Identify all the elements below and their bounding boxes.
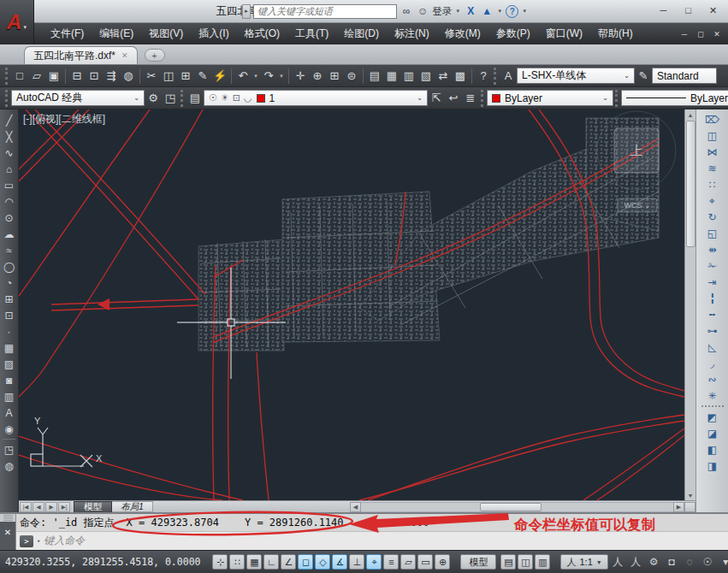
menu-view[interactable]: 视图(V)	[141, 23, 191, 44]
toolbar-lock-icon[interactable]: ◘	[664, 554, 680, 570]
cut-icon[interactable]: ✂	[144, 68, 160, 85]
menu-format[interactable]: 格式(O)	[237, 23, 287, 44]
transparency-toggle[interactable]: ▱	[400, 554, 416, 570]
make-object-layer-current-icon[interactable]: ⇱	[429, 90, 445, 107]
arc-icon[interactable]: ◠	[1, 193, 17, 210]
model-space-button[interactable]: 模型	[460, 554, 496, 570]
menu-dimension[interactable]: 标注(N)	[387, 23, 437, 44]
paste-icon[interactable]: ⊞	[178, 68, 194, 85]
viewports-icon[interactable]: ◳	[1, 441, 17, 458]
layout-button[interactable]: ▤	[500, 554, 516, 570]
grid-display-toggle[interactable]: ▦	[246, 554, 262, 570]
menu-window[interactable]: 窗口(W)	[538, 23, 590, 44]
properties-icon[interactable]: ▤	[367, 68, 383, 85]
table-icon[interactable]: ▥	[1, 388, 17, 405]
copy-icon[interactable]: ◫	[704, 127, 721, 144]
signin-dropdown-icon[interactable]: ▾	[454, 3, 461, 19]
menu-help[interactable]: 帮助(H)	[590, 23, 641, 44]
quickcalc-icon[interactable]: ▩	[453, 68, 469, 85]
plot-preview-icon[interactable]: ⊡	[86, 68, 103, 85]
prev-tab-button[interactable]: ◀	[33, 502, 44, 512]
copy-clip-icon[interactable]: ◫	[161, 68, 177, 85]
annotation-visibility-icon[interactable]: 人	[610, 554, 626, 570]
first-tab-button[interactable]: |◀	[20, 502, 32, 512]
exchange-apps-icon[interactable]: ▲	[480, 3, 494, 19]
layer-properties-icon[interactable]: ▤	[187, 90, 204, 107]
linetype-combo[interactable]: ByLayer	[621, 90, 728, 106]
layout1-tab[interactable]: 布局1	[112, 501, 153, 512]
draworder-above-icon[interactable]: ◧	[704, 441, 721, 458]
markup-set-manager-icon[interactable]: ⇄	[435, 68, 452, 85]
workspace-save-icon[interactable]: ◳	[163, 90, 179, 107]
color-combo[interactable]: ByLayer ⌄	[487, 90, 613, 106]
annotation-scale-caret-icon[interactable]: ▼	[596, 559, 602, 565]
workspace-dock-grip[interactable]	[5, 90, 8, 107]
dynamic-input-toggle[interactable]: ⌖	[366, 554, 382, 570]
combo-caret-icon[interactable]: ⌄	[602, 94, 608, 102]
hardware-accel-bulb-icon[interactable]: ☉	[700, 554, 716, 570]
draworder-back-icon[interactable]: ◪	[704, 425, 721, 441]
viewport-controls-label[interactable]: [-][俯视][二维线框]	[23, 112, 105, 127]
viewcube-top-face[interactable]: 上	[630, 143, 643, 157]
spline-icon[interactable]: ≈	[1, 242, 17, 258]
trim-icon[interactable]: ✁	[704, 257, 721, 274]
cursor-coordinates[interactable]: 429320.3255, 2891255.4518, 0.0000	[5, 556, 200, 568]
signin-label[interactable]: 登录	[432, 5, 452, 18]
workspace-settings-icon[interactable]: ⚙	[145, 90, 162, 107]
quick-properties-toggle[interactable]: ▭	[417, 554, 433, 570]
extend-icon[interactable]: ⇥	[704, 274, 721, 290]
combo-caret-icon[interactable]: ⌄	[417, 94, 423, 102]
help-icon[interactable]: ?	[476, 68, 492, 85]
layer-states-icon[interactable]: ≣	[463, 90, 479, 107]
plot-icon[interactable]: ⊟	[69, 68, 86, 85]
object-snap-3d-toggle[interactable]: ◇	[315, 554, 330, 570]
combo-caret-icon[interactable]: ⌄	[133, 94, 139, 102]
application-menu-button[interactable]: A ▾	[0, 0, 34, 44]
dynamic-ucs-toggle[interactable]: ⊥	[349, 554, 364, 570]
construction-line-icon[interactable]: ╳	[1, 128, 17, 145]
menu-edit[interactable]: 编辑(E)	[92, 23, 141, 44]
scale-icon[interactable]: ◱	[704, 225, 721, 241]
help-icon[interactable]: ?	[506, 5, 518, 18]
region-icon[interactable]: ◙	[1, 372, 17, 388]
scroll-down-icon[interactable]: ▼	[686, 490, 695, 500]
infer-constraints-toggle[interactable]: ⊹	[212, 554, 228, 570]
zoom-window-icon[interactable]: ⊞	[327, 68, 343, 85]
exchange-dropdown-icon[interactable]: ▾	[496, 3, 503, 19]
search-input[interactable]	[253, 4, 397, 19]
menu-modify[interactable]: 修改(M)	[437, 23, 488, 44]
status-dropdown-icon[interactable]: ▾	[718, 554, 728, 570]
next-tab-button[interactable]: ▶	[45, 502, 57, 512]
new-tab-button[interactable]: +	[145, 49, 165, 62]
explode-icon[interactable]: ✳	[704, 387, 721, 404]
save-icon[interactable]: ▣	[46, 68, 62, 85]
circle-icon[interactable]: ⊙	[1, 210, 17, 226]
text-style-combo[interactable]: L-SHX-单线体 ⌄	[517, 68, 635, 84]
line-icon[interactable]: ╱	[1, 112, 17, 128]
ellipse-icon[interactable]: ◯	[1, 258, 17, 275]
scroll-right-icon[interactable]: ▶	[673, 502, 684, 512]
wcs-menu[interactable]: WCS ⌄	[624, 201, 650, 210]
toolbar-dock-grip[interactable]	[5, 68, 8, 85]
export-dwf-icon[interactable]: ◍	[121, 68, 137, 85]
undo-dropdown-icon[interactable]: ▾	[252, 68, 260, 85]
layer-unlock-icon[interactable]: ◡	[244, 92, 252, 103]
scroll-up-icon[interactable]: ▲	[686, 109, 695, 120]
command-options-caret-icon[interactable]: ▾	[37, 538, 40, 545]
annotation-scale-button[interactable]: 人 1:1 ▼	[560, 554, 607, 570]
dim-style-combo[interactable]: Standard	[652, 68, 717, 84]
workspace-switch-gear-icon[interactable]: ⚙	[646, 554, 662, 570]
draworder-under-icon[interactable]: ◨	[704, 458, 721, 474]
gradient-icon[interactable]: ▨	[1, 356, 17, 372]
add-selected-icon[interactable]: ◉	[1, 421, 17, 437]
redo-icon[interactable]: ↷	[261, 68, 277, 85]
match-properties-icon[interactable]: ✎	[195, 68, 211, 85]
menu-insert[interactable]: 插入(I)	[191, 23, 236, 44]
insert-block-icon[interactable]: ⊞	[1, 291, 17, 307]
tool-palettes-icon[interactable]: ▥	[401, 68, 417, 85]
layer-freeze-sun-icon[interactable]: ☀	[221, 92, 229, 103]
blend-curves-icon[interactable]: ∾	[704, 371, 721, 387]
command-coord-x[interactable]: X = 429323.8704	[127, 517, 219, 529]
quick-view-drawings-button[interactable]: ▥	[535, 554, 550, 570]
properties-dock-grip[interactable]	[481, 90, 483, 107]
